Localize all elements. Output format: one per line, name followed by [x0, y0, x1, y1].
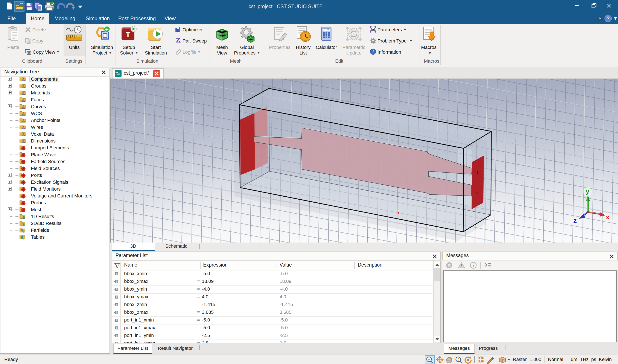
svg-text:?: ? [606, 15, 610, 22]
svg-text:y: y [586, 188, 590, 195]
svg-text:i: i [372, 50, 374, 54]
svg-text:x: x [606, 214, 610, 221]
svg-text:a: a [372, 28, 374, 31]
svg-text:z: z [573, 217, 577, 225]
svg-text:T: T [126, 30, 130, 39]
